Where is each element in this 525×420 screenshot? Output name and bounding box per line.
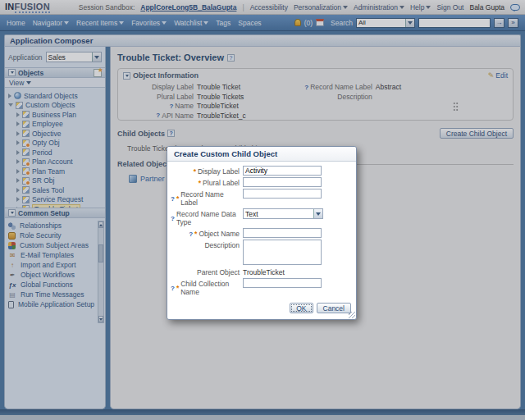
dialog-row-parent-object: Parent Object TroubleTicket [171, 267, 349, 276]
dialog-row-plural-label: *Plural Label [171, 177, 349, 187]
chevron-down-icon [316, 212, 321, 216]
dialog-row-record-name-data-type: ?Record Name Data Type Text [171, 208, 349, 226]
dialog-row-description: Description [171, 240, 349, 265]
dialog-row-record-name-label: ?*Record Name Label [171, 189, 349, 207]
display-label-input[interactable] [243, 166, 322, 176]
required-icon: * [176, 284, 179, 292]
record-name-data-type-value: Text [244, 209, 313, 218]
info-icon[interactable]: ? [171, 285, 175, 292]
required-icon: * [176, 194, 179, 203]
info-icon[interactable]: ? [189, 231, 193, 238]
plural-label-input[interactable] [243, 177, 322, 187]
record-name-data-type-select[interactable]: Text [243, 208, 323, 219]
dropdown-button[interactable] [313, 209, 322, 218]
dialog-title: Create Custom Child Object [167, 147, 356, 162]
dialog-row-object-name: ?*Object Name [171, 228, 349, 238]
ok-button[interactable]: OK [290, 303, 313, 313]
create-custom-child-object-dialog: Create Custom Child Object *Display Labe… [167, 146, 357, 320]
dialog-row-display-label: *Display Label [171, 166, 349, 176]
description-textarea[interactable] [243, 240, 322, 265]
cancel-button[interactable]: Cancel [317, 303, 351, 313]
required-icon: * [199, 179, 201, 187]
required-icon: * [194, 167, 196, 176]
info-icon[interactable]: ? [171, 215, 175, 222]
object-name-input[interactable] [243, 228, 322, 238]
record-name-label-input[interactable] [243, 189, 322, 199]
info-icon[interactable]: ? [171, 195, 175, 203]
resize-grip-icon[interactable] [349, 312, 355, 318]
required-icon: * [194, 230, 197, 238]
child-collection-name-input[interactable] [243, 278, 322, 288]
parent-object-value: TroubleTicket [243, 267, 285, 276]
dialog-row-child-collection-name: ?*Child Collection Name [171, 278, 349, 296]
